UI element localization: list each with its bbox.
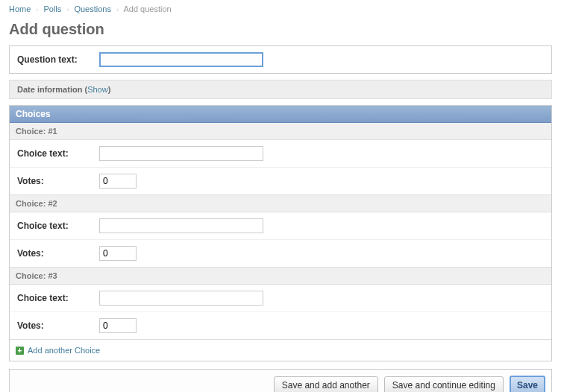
question-text-label: Question text: (17, 54, 99, 65)
choice-text-input[interactable] (99, 291, 263, 306)
choice-text-label: Choice text: (17, 221, 99, 231)
choice-text-input[interactable] (99, 218, 263, 233)
breadcrumb-sep: › (116, 6, 119, 13)
choices-section-title: Choices (10, 106, 551, 123)
save-add-another-button[interactable]: Save and add another (274, 376, 378, 392)
question-text-input[interactable] (99, 52, 263, 67)
question-text-row: Question text: (10, 46, 551, 73)
choice-text-row: Choice text: (10, 212, 551, 240)
breadcrumb-home[interactable]: Home (9, 4, 31, 13)
votes-label: Votes: (17, 320, 99, 331)
votes-row: Votes: (10, 240, 551, 267)
choice-text-row: Choice text: (10, 140, 551, 168)
choice-header: Choice: #1 (10, 123, 551, 140)
votes-label: Votes: (17, 176, 99, 186)
choice-header: Choice: #2 (10, 195, 551, 212)
add-another-choice-link[interactable]: Add another Choice (28, 346, 100, 355)
breadcrumb-sep: › (36, 6, 38, 13)
page-title: Add question (9, 21, 552, 38)
choice-2: Choice: #2 Choice text: Votes: (10, 195, 551, 268)
choice-3: Choice: #3 Choice text: Votes: (10, 268, 551, 340)
save-button[interactable]: Save (510, 376, 545, 392)
votes-row: Votes: (10, 168, 551, 195)
choice-header: Choice: #3 (10, 268, 551, 285)
question-module: Question text: (9, 45, 552, 74)
date-info-show-link[interactable]: Show (87, 85, 108, 94)
votes-input[interactable] (99, 174, 137, 189)
choice-text-label: Choice text: (17, 148, 99, 159)
breadcrumb-polls[interactable]: Polls (43, 4, 61, 13)
plus-icon: + (16, 347, 24, 355)
submit-row: Save and add another Save and continue e… (9, 369, 552, 392)
breadcrumb-current: Add question (123, 4, 171, 13)
choice-1: Choice: #1 Choice text: Votes: (10, 123, 551, 195)
votes-row: Votes: (10, 312, 551, 339)
content: Add question Question text: Date informa… (0, 21, 561, 392)
date-info-header: Date information (Show) (9, 80, 552, 99)
votes-label: Votes: (17, 248, 99, 259)
breadcrumb-sep: › (66, 6, 69, 13)
breadcrumb-questions[interactable]: Questions (74, 4, 111, 13)
votes-input[interactable] (99, 246, 137, 261)
choice-text-input[interactable] (99, 146, 263, 161)
choice-text-row: Choice text: (10, 285, 551, 312)
breadcrumb: Home › Polls › Questions › Add question (0, 0, 561, 16)
save-continue-button[interactable]: Save and continue editing (384, 376, 504, 392)
date-info-label: Date information (17, 85, 82, 94)
votes-input[interactable] (99, 318, 137, 333)
choices-group: Choices Choice: #1 Choice text: Votes: C… (9, 105, 552, 361)
add-another-row: + Add another Choice (10, 340, 551, 361)
choice-text-label: Choice text: (17, 293, 99, 303)
